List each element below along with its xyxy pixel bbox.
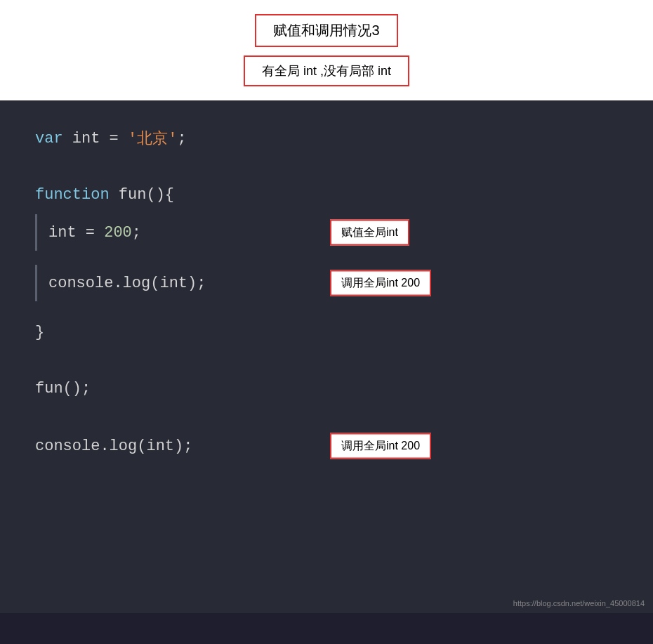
watermark: https://blog.csdn.net/weixin_45000814 <box>513 599 645 607</box>
annotation-call-global-int-1: 调用全局int 200 <box>330 270 431 296</box>
code-string-beijing: '北京' <box>128 128 177 149</box>
annotation-2-text: 调用全局int 200 <box>341 277 420 289</box>
annotation-call-global-int-2: 调用全局int 200 <box>330 433 431 459</box>
blank-line-2 <box>35 254 618 265</box>
code-line-brace-close: } <box>35 315 618 349</box>
code-line-console-2: console.log(int); 调用全局int 200 <box>35 428 618 464</box>
code-console-1: console.log(int); <box>48 275 206 292</box>
blank-line-5 <box>35 411 618 428</box>
code-fun-call: fun(); <box>35 380 91 397</box>
code-int-var: int = <box>48 224 104 242</box>
code-semi-2: ; <box>132 224 141 242</box>
code-number-200: 200 <box>104 224 132 242</box>
code-line-1: var int = '北京' ; <box>35 121 618 155</box>
subtitle-text: 有全局 int ,没有局部 int <box>262 64 391 78</box>
code-section: var int = '北京' ; function fun(){ int = 2… <box>0 100 653 613</box>
blank-line-3 <box>35 304 618 315</box>
blank-line-1 <box>35 161 618 178</box>
left-bar-1 <box>35 214 37 251</box>
top-section: 赋值和调用情况3 有全局 int ,没有局部 int <box>0 0 653 100</box>
code-line-int-assign: int = 200 ; 赋值全局int <box>35 214 618 251</box>
code-function-rest: fun(){ <box>110 186 174 204</box>
subtitle-box: 有全局 int ,没有局部 int <box>244 55 409 86</box>
code-console-2: console.log(int); <box>35 438 192 455</box>
annotation-3-text: 调用全局int 200 <box>341 440 420 452</box>
code-line-console-1: console.log(int); 调用全局int 200 <box>35 265 618 301</box>
title-text: 赋值和调用情况3 <box>273 22 379 38</box>
annotation-assign-global-int: 赋值全局int <box>330 220 409 246</box>
title-box: 赋值和调用情况3 <box>255 14 397 47</box>
code-function-keyword: function <box>35 186 110 204</box>
code-var-keyword: var <box>35 130 63 147</box>
code-closing-brace: } <box>35 324 44 341</box>
blank-line-4 <box>35 355 618 372</box>
left-bar-2 <box>35 265 37 301</box>
code-var-int: int = <box>63 130 128 147</box>
code-line-function: function fun(){ <box>35 178 618 211</box>
code-semi-1: ; <box>177 130 186 147</box>
annotation-1-text: 赋值全局int <box>341 226 398 238</box>
code-line-fun-call: fun(); <box>35 372 618 405</box>
